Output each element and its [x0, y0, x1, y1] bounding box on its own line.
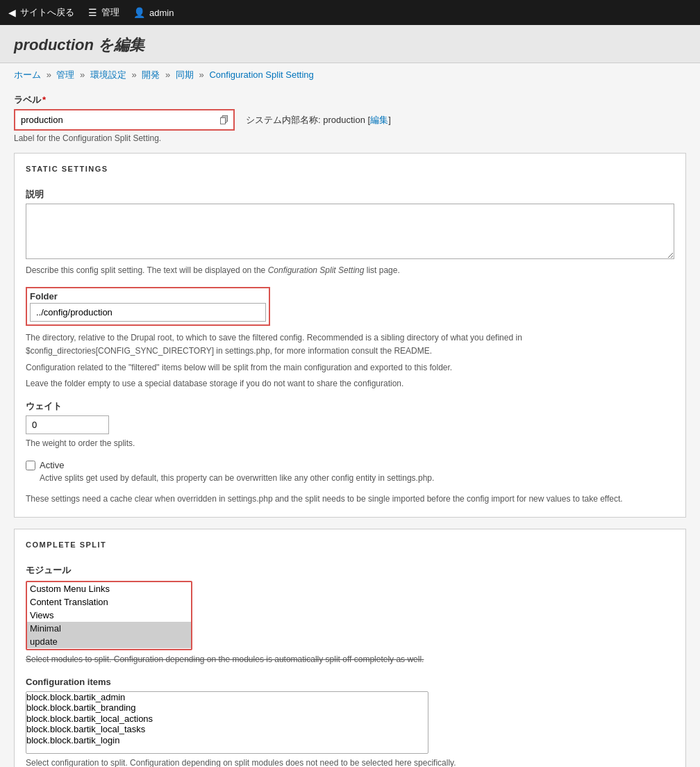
weight-help: The weight to order the splits. — [26, 437, 674, 450]
module-option-update[interactable]: update — [27, 635, 191, 648]
label-input[interactable] — [17, 112, 211, 128]
modules-label: モジュール — [26, 564, 674, 577]
label-section: ラベル* 🗍 システム内部名称: production [編集] Label f… — [14, 94, 686, 143]
weight-label: ウェイト — [26, 400, 674, 413]
breadcrumb-sync[interactable]: 同期 — [176, 69, 194, 80]
folder-help-3: Leave the folder empty to use a special … — [26, 377, 674, 390]
config-option-5[interactable]: block.block.bartik_login — [26, 735, 428, 746]
folder-label: Folder — [30, 291, 266, 302]
complete-split-title: COMPLETE SPLIT — [26, 541, 674, 554]
label-field-description: Label for the Configuration Split Settin… — [14, 133, 686, 143]
folder-input[interactable] — [30, 303, 266, 322]
breadcrumb: ホーム » 管理 » 環境設定 » 開発 » 同期 » Configuratio… — [0, 63, 700, 87]
admin-link[interactable]: 👤 admin — [133, 7, 174, 18]
config-option-2[interactable]: block.block.bartik_branding — [26, 702, 428, 714]
breadcrumb-env[interactable]: 環境設定 — [90, 69, 126, 80]
weight-input[interactable] — [26, 415, 109, 434]
back-icon: ◀ — [8, 7, 16, 18]
label-field-label: ラベル* — [14, 94, 686, 106]
static-settings-title: STATIC SETTINGS — [26, 165, 674, 179]
module-option-custom-menu-links[interactable]: Custom Menu Links — [27, 582, 191, 595]
description-label: 説明 — [26, 188, 674, 201]
modules-field: モジュール Custom Menu Links Content Translat… — [26, 564, 674, 666]
active-label[interactable]: Active — [40, 460, 64, 470]
active-help: Active splits get used by default, this … — [40, 473, 674, 483]
breadcrumb-dev[interactable]: 開発 — [142, 69, 160, 80]
main-content: ラベル* 🗍 システム内部名称: production [編集] Label f… — [0, 87, 700, 767]
page-title: production を編集 — [14, 35, 686, 56]
label-input-wrapper: 🗍 — [14, 109, 235, 131]
description-textarea[interactable] — [26, 204, 674, 259]
back-to-site-link[interactable]: ◀ サイトへ戻る — [8, 6, 74, 19]
breadcrumb-sep-1: » — [47, 69, 51, 80]
bottom-note: These settings need a cache clear when o… — [26, 493, 674, 506]
breadcrumb-current: Configuration Split Setting — [209, 69, 313, 80]
breadcrumb-sep-5: » — [199, 69, 204, 80]
folder-section: Folder — [26, 287, 270, 326]
module-option-views[interactable]: Views — [27, 609, 191, 622]
active-field: Active Active splits get used by default… — [26, 460, 674, 483]
config-option-4[interactable]: block.block.bartik_local_tasks — [26, 724, 428, 735]
folder-field: Folder The directory, relative to the Dr… — [26, 287, 674, 390]
description-field: 説明 Describe this config split setting. T… — [26, 188, 674, 277]
breadcrumb-sep-3: » — [132, 69, 137, 80]
folder-help-2: Configuration related to the "filtered" … — [26, 361, 674, 374]
topbar: ◀ サイトへ戻る ☰ 管理 👤 admin — [0, 0, 700, 25]
config-items-field: Configuration items block.block.bartik_a… — [26, 677, 674, 768]
complete-split-panel: COMPLETE SPLIT モジュール Custom Menu Links C… — [14, 529, 686, 767]
folder-help-1: The directory, relative to the Drupal ro… — [26, 331, 674, 358]
config-option-3[interactable]: block.block.bartik_local_actions — [26, 714, 428, 725]
system-name-text: システム内部名称: production [編集] — [246, 114, 391, 126]
manage-label: 管理 — [101, 6, 119, 19]
active-checkbox[interactable] — [26, 461, 35, 470]
weight-field: ウェイト The weight to order the splits. — [26, 400, 674, 450]
breadcrumb-sep-4: » — [165, 69, 170, 80]
breadcrumb-home[interactable]: ホーム — [14, 69, 41, 80]
config-items-label: Configuration items — [26, 677, 674, 687]
module-option-content-translation[interactable]: Content Translation — [27, 595, 191, 609]
page-header: production を編集 — [0, 25, 700, 63]
user-icon: 👤 — [133, 7, 145, 18]
config-items-select[interactable]: block.block.bartik_admin block.block.bar… — [26, 691, 428, 754]
required-star: * — [42, 94, 46, 105]
breadcrumb-manage[interactable]: 管理 — [56, 69, 74, 80]
module-option-minimal[interactable]: Minimal — [27, 622, 191, 635]
breadcrumb-sep-2: » — [80, 69, 85, 80]
config-option-1[interactable]: block.block.bartik_admin — [26, 692, 428, 703]
menu-icon: ☰ — [88, 7, 97, 18]
config-items-help: Select configuration to split. Configura… — [26, 757, 674, 768]
back-label: サイトへ戻る — [20, 6, 74, 19]
system-name-edit-link[interactable]: 編集 — [370, 115, 388, 125]
modules-help: Select modules to split. Configuration d… — [26, 653, 674, 666]
modules-select[interactable]: Custom Menu Links Content Translation Vi… — [26, 581, 192, 650]
active-checkbox-row: Active — [26, 460, 674, 470]
field-icon: 🗍 — [217, 115, 232, 126]
description-help: Describe this config split setting. The … — [26, 264, 674, 277]
admin-label: admin — [149, 8, 174, 18]
static-settings-panel: STATIC SETTINGS 説明 Describe this config … — [14, 153, 686, 518]
manage-link[interactable]: ☰ 管理 — [88, 6, 119, 19]
